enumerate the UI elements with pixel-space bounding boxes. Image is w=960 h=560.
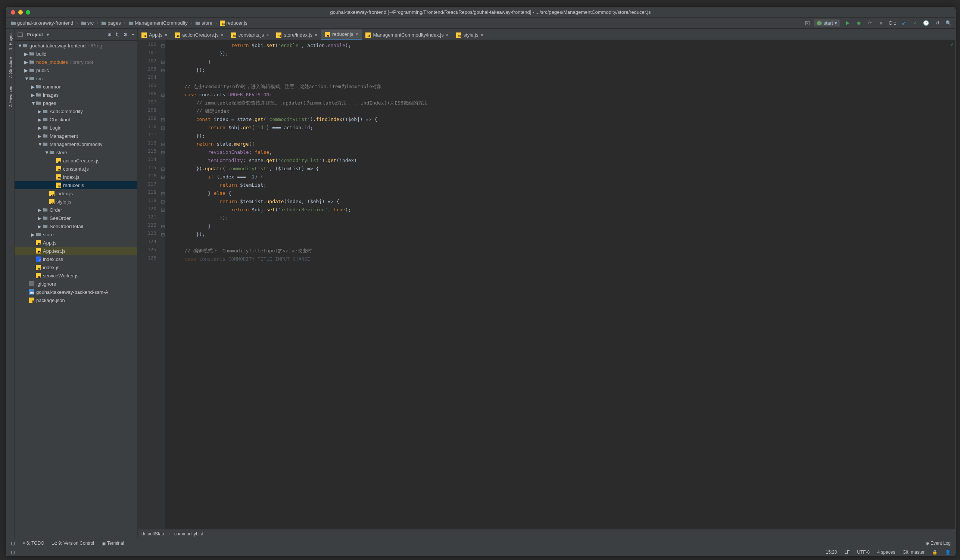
minimize-icon[interactable]: − [131, 32, 134, 37]
gear-icon[interactable]: ⚙ [123, 32, 128, 37]
bc-item[interactable]: commodityList [174, 531, 203, 536]
inspection-ok-icon[interactable]: ✓ [950, 42, 954, 47]
traffic-lights [11, 10, 30, 14]
undo-icon[interactable]: ↺ [933, 19, 941, 27]
tree-item[interactable]: JSindex.js [14, 173, 138, 181]
tree-item[interactable]: ▶public [14, 66, 138, 74]
git-history-icon[interactable]: 🕐 [922, 19, 930, 27]
minimize-window-button[interactable] [18, 10, 23, 14]
terminal-tab[interactable]: ▣ Terminal [102, 541, 124, 546]
close-icon[interactable]: × [315, 32, 317, 38]
git-commit-icon[interactable]: ✓ [911, 19, 918, 27]
build-icon[interactable] [805, 21, 810, 26]
svg-rect-2 [18, 33, 22, 37]
tree-item[interactable]: ▼ManagementCommodity [14, 140, 138, 148]
tree-item[interactable]: ▶SeeOrder [14, 214, 138, 222]
tree-item[interactable]: ▶Order [14, 206, 138, 214]
search-icon[interactable]: 🔍 [945, 19, 952, 27]
target-icon[interactable]: ⊕ [107, 32, 112, 37]
project-tree[interactable]: ▼gouhai-takeaway-frontend~/Prog▶build▶no… [14, 41, 138, 538]
caret-position[interactable]: 15:20 [826, 550, 837, 555]
tree-item[interactable]: ▶build [14, 50, 138, 58]
crumb[interactable]: JSreducer.js [218, 19, 249, 27]
tree-item[interactable]: ▶Checkout [14, 115, 138, 123]
chevron-down-icon[interactable]: ▾ [46, 32, 49, 37]
tree-item[interactable]: ▼src [14, 74, 138, 83]
tree-item[interactable]: ▶store [14, 230, 138, 238]
todo-tab[interactable]: ≡ 6: TODO [22, 541, 45, 546]
tree-item[interactable]: JSApp.test.js [14, 247, 138, 255]
crumb[interactable]: pages [100, 19, 122, 27]
tree-item[interactable]: ▶Management [14, 132, 138, 140]
close-icon[interactable]: × [480, 32, 483, 38]
editor-tab[interactable]: JSstore/index.js× [272, 30, 321, 40]
crumb[interactable]: ManagementCommodity [127, 19, 189, 27]
run-button[interactable] [844, 19, 851, 27]
close-icon[interactable]: × [221, 32, 224, 38]
tree-item[interactable]: ▶images [14, 91, 138, 99]
editor-body: 1001011021031041051061071081091101111121… [138, 40, 955, 529]
toolwindow-toggle-icon[interactable]: ▢ [11, 541, 15, 546]
tree-item[interactable]: ▶node_moduleslibrary root [14, 58, 138, 66]
tree-item[interactable]: #index.css [14, 255, 138, 263]
titlebar: gouhai-takeaway-frontend [~/Programming/… [6, 7, 955, 18]
tree-item[interactable]: ▶SeeOrderDetail [14, 222, 138, 230]
tree-item[interactable]: {}package.json [14, 296, 138, 304]
favorites-tool-tab[interactable]: 2: Favorites [8, 86, 13, 107]
tree-item[interactable]: JSserviceWorker.js [14, 271, 138, 280]
editor-tab[interactable]: JSactionCreators.js× [171, 30, 227, 40]
chevron-down-icon: ▾ [835, 20, 837, 26]
tree-item[interactable]: ▶Login [14, 123, 138, 132]
tree-item[interactable]: ▼store [14, 148, 138, 157]
tree-item[interactable]: .gitignore [14, 280, 138, 288]
editor-tab[interactable]: JSManagementCommodity/index.js× [362, 30, 452, 40]
editor-tab[interactable]: JSreducer.js× [321, 29, 362, 40]
git-branch[interactable]: Git: master [902, 550, 925, 555]
run-config-select[interactable]: start ▾ [814, 19, 840, 27]
lock-icon[interactable]: 🔒 [932, 550, 938, 555]
breadcrumbs: gouhai-takeaway-frontend›src›pages›Manag… [9, 19, 803, 27]
editor-tab[interactable]: JSconstants.js× [227, 30, 273, 40]
tree-item[interactable]: JSactionCreators.js [14, 157, 138, 165]
tree-item[interactable]: ▶common [14, 83, 138, 91]
tree-item[interactable]: JSindex.js [14, 189, 138, 197]
line-separator[interactable]: LF [844, 550, 850, 555]
inspection-icon[interactable]: 👤 [945, 550, 951, 555]
stop-button[interactable]: ■ [877, 19, 885, 27]
tree-item[interactable]: ▼gouhai-takeaway-frontend~/Prog [14, 42, 138, 50]
debug-button[interactable] [855, 19, 862, 27]
maximize-window-button[interactable] [26, 10, 30, 14]
vcs-tab[interactable]: ⎇ 9: Version Control [52, 541, 94, 546]
tree-item[interactable]: JSindex.js [14, 263, 138, 271]
expand-icon[interactable]: ⇅ [115, 32, 120, 37]
close-icon[interactable]: × [266, 32, 269, 38]
project-tool-tab[interactable]: 1: Project [8, 32, 13, 50]
tree-item[interactable]: JSconstants.js [14, 165, 138, 173]
run-config-label: start [823, 20, 833, 26]
code-area[interactable]: return $obj.set('enable', action.enable)… [165, 40, 955, 529]
ide-window: gouhai-takeaway-frontend [~/Programming/… [6, 7, 955, 556]
tree-item[interactable]: JSstyle.js [14, 197, 138, 206]
encoding[interactable]: UTF-8 [857, 550, 870, 555]
editor-tab[interactable]: JSApp.js× [138, 30, 171, 40]
git-pull-icon[interactable]: ↙ [900, 19, 907, 27]
crumb[interactable]: gouhai-takeaway-frontend [9, 19, 75, 27]
editor-tab[interactable]: JSstyle.js× [452, 30, 487, 40]
close-icon[interactable]: × [446, 32, 449, 38]
close-icon[interactable]: × [165, 32, 167, 38]
tree-item[interactable]: MDgouhai-takeaway-backend-ssm-A [14, 288, 138, 296]
tree-item[interactable]: ▶AddCommodity [14, 107, 138, 115]
close-window-button[interactable] [11, 10, 15, 14]
close-icon[interactable]: × [355, 32, 358, 37]
coverage-button[interactable]: ⟳ [866, 19, 874, 27]
tree-item[interactable]: JSApp.js [14, 238, 138, 247]
crumb[interactable]: store [194, 19, 214, 27]
structure-tool-tab[interactable]: 7: Structure [8, 57, 13, 78]
crumb[interactable]: src [80, 19, 95, 27]
bc-item[interactable]: defaultState [141, 531, 165, 536]
status-toggle[interactable]: ▢ [11, 550, 15, 555]
event-log-button[interactable]: ◉ Event Log [926, 541, 951, 546]
tree-item[interactable]: ▼pages [14, 99, 138, 107]
indent[interactable]: 4 spaces [877, 550, 895, 555]
tree-item[interactable]: JSreducer.js [14, 181, 138, 189]
